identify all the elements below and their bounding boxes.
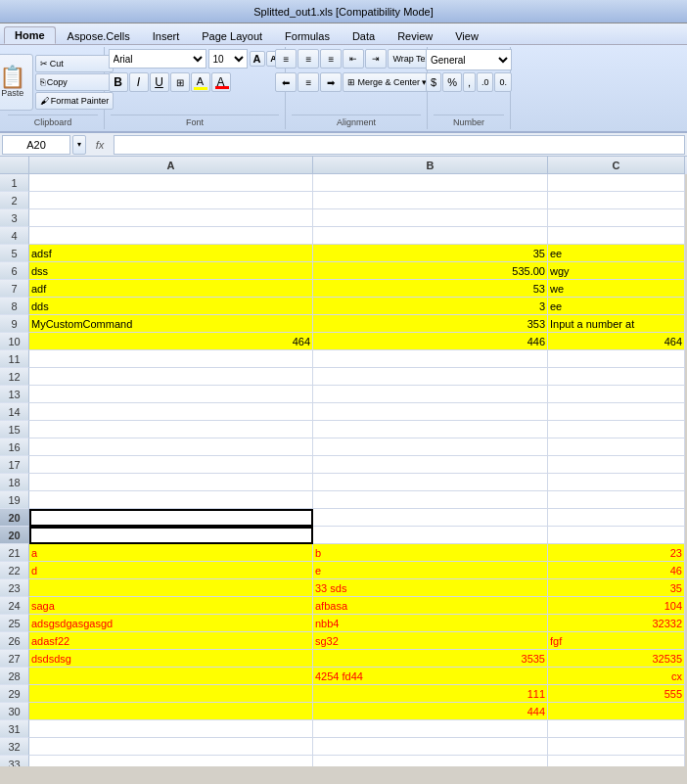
cell-b[interactable] (313, 350, 548, 368)
cell-a[interactable]: adasf22 (29, 632, 313, 650)
cell-a[interactable] (29, 474, 313, 491)
cell-b[interactable] (313, 474, 548, 491)
cell-b[interactable]: sg32 (313, 632, 548, 650)
cell-c[interactable] (548, 174, 685, 192)
cell-c[interactable] (548, 421, 685, 438)
cell-c[interactable] (548, 227, 685, 245)
cell-b[interactable]: 446 (313, 333, 548, 350)
cell-b[interactable]: 353 (313, 315, 548, 333)
cell-c[interactable]: 555 (548, 685, 685, 703)
formula-input[interactable] (114, 135, 685, 155)
cell-b[interactable] (313, 403, 548, 421)
cell-c[interactable]: we (548, 280, 685, 298)
cell-c[interactable] (548, 738, 685, 756)
cell-c[interactable]: 23 (548, 544, 685, 562)
cell-c[interactable] (548, 403, 685, 421)
cell-c[interactable] (548, 192, 685, 209)
cell-a[interactable] (29, 192, 313, 209)
cell-b[interactable] (313, 738, 548, 756)
cell-b[interactable] (313, 368, 548, 386)
cell-a[interactable]: a (29, 544, 313, 562)
underline-button[interactable]: U (150, 72, 169, 92)
cell-a[interactable] (29, 209, 313, 227)
cell-c[interactable]: 464 (548, 333, 685, 350)
cell-a[interactable] (29, 685, 313, 703)
merge-center-button[interactable]: ⊞ Merge & Center ▾ (343, 72, 432, 92)
tab-aspose[interactable]: Aspose.Cells (57, 27, 141, 44)
cell-b[interactable] (313, 438, 548, 456)
cell-b[interactable]: b (313, 544, 548, 562)
cell-c[interactable] (548, 491, 685, 509)
cell-b[interactable] (313, 491, 548, 509)
cell-b[interactable] (313, 386, 548, 403)
currency-button[interactable]: $ (426, 72, 441, 92)
tab-home[interactable]: Home (4, 26, 56, 44)
format-painter-button[interactable]: 🖌 Format Painter (35, 92, 114, 110)
cell-b[interactable] (313, 509, 548, 527)
cell-c[interactable] (548, 350, 685, 368)
cell-b[interactable]: 111 (313, 685, 548, 703)
cell-a[interactable]: dds (29, 298, 313, 315)
cell-c[interactable] (548, 720, 685, 738)
cell-a[interactable]: saga (29, 597, 313, 615)
indent-decrease-button[interactable]: ⇤ (343, 49, 364, 69)
cell-c[interactable]: wgy (548, 262, 685, 280)
cell-a[interactable] (29, 756, 313, 766)
tab-insert[interactable]: Insert (142, 27, 191, 44)
cell-a[interactable] (29, 720, 313, 738)
tab-data[interactable]: Data (342, 27, 386, 44)
indent-increase-button[interactable]: ⇥ (365, 49, 387, 69)
cell-a[interactable] (29, 527, 313, 544)
cell-c[interactable] (548, 509, 685, 527)
cell-b[interactable]: 35 (313, 245, 548, 262)
font-color-button[interactable]: A (211, 72, 231, 92)
cell-a[interactable] (29, 509, 313, 527)
cell-b[interactable]: 53 (313, 280, 548, 298)
font-size-select[interactable]: 10 (208, 49, 248, 69)
cell-b[interactable] (313, 720, 548, 738)
cell-a[interactable] (29, 703, 313, 720)
align-center-button[interactable]: ≡ (298, 72, 319, 92)
fx-button[interactable]: fx (88, 135, 112, 155)
cell-a[interactable]: MyCustomCommand (29, 315, 313, 333)
italic-button[interactable]: I (129, 72, 149, 92)
cell-c[interactable]: cx (548, 668, 685, 685)
cell-c[interactable]: 46 (548, 562, 685, 579)
tab-formulas[interactable]: Formulas (274, 27, 341, 44)
cell-c[interactable] (548, 703, 685, 720)
cell-c[interactable] (548, 456, 685, 474)
paste-button[interactable]: 📋 Paste (0, 54, 33, 111)
border-button[interactable]: ⊞ (170, 72, 190, 92)
cell-c[interactable]: 35 (548, 579, 685, 597)
cell-c[interactable] (548, 386, 685, 403)
cell-b[interactable]: 535.00 (313, 262, 548, 280)
cell-b[interactable] (313, 527, 548, 544)
bold-button[interactable]: B (109, 72, 128, 92)
cell-c[interactable] (548, 474, 685, 491)
align-top-center-button[interactable]: ≡ (298, 49, 319, 69)
cell-a[interactable] (29, 456, 313, 474)
cell-a[interactable] (29, 491, 313, 509)
cell-b[interactable]: 4254 fd44 (313, 668, 548, 685)
cell-b[interactable]: afbasa (313, 597, 548, 615)
comma-button[interactable]: , (463, 72, 476, 92)
cell-c[interactable] (548, 756, 685, 766)
fill-color-button[interactable]: A (191, 72, 210, 92)
cell-b[interactable] (313, 174, 548, 192)
cell-b[interactable]: 444 (313, 703, 548, 720)
cell-c[interactable]: ee (548, 245, 685, 262)
align-top-left-button[interactable]: ≡ (275, 49, 297, 69)
cell-a[interactable] (29, 421, 313, 438)
cell-c[interactable] (548, 527, 685, 544)
cell-b[interactable]: 3 (313, 298, 548, 315)
cell-c[interactable]: fgf (548, 632, 685, 650)
cell-b[interactable] (313, 227, 548, 245)
cell-b[interactable] (313, 756, 548, 766)
cell-b[interactable]: 3535 (313, 650, 548, 668)
increase-decimal-button[interactable]: .0 (477, 72, 494, 92)
cell-a[interactable]: 464 (29, 333, 313, 350)
cell-a[interactable] (29, 668, 313, 685)
tab-review[interactable]: Review (387, 27, 443, 44)
cell-b[interactable]: e (313, 562, 548, 579)
cell-a[interactable] (29, 227, 313, 245)
